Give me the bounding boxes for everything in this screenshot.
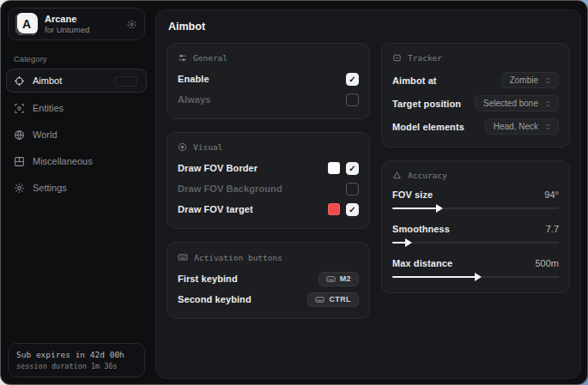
section-title: Tracker [408,53,442,63]
sidebar-item-label: World [33,129,58,140]
triangle-icon [392,171,402,180]
app-name: Arcane [45,14,119,25]
sync-icon[interactable] [126,19,137,30]
chevrons-up-down-icon [543,123,552,131]
accuracy-card-header: Accuracy [392,171,559,180]
setting-row-target-position: Target position Selected bone [392,93,559,114]
sidebar-item-label: Miscellaneous [33,156,93,166]
sidebar: A Arcane for Untumed Category [1,1,152,384]
smoothness-slider[interactable] [392,238,559,247]
sidebar-item-aimbot[interactable]: Aimbot [6,69,147,93]
sidebar-item-world[interactable]: World [6,123,147,146]
sub-expiry-text: Sub expires in 42d 00h [16,350,136,359]
sidebar-item-entities[interactable]: Entities [6,97,147,119]
aperture-icon [178,142,187,152]
slider-fill [392,208,437,209]
fov-target-color-swatch[interactable] [328,203,340,215]
aimbot-at-dropdown[interactable]: Zombie [501,72,559,88]
fov-border-checkbox[interactable]: ✓ [346,162,359,175]
slider-thumb[interactable] [436,204,443,213]
chevrons-up-down-icon [543,76,552,85]
activation-card: Activation buttons First keybind M2 [167,242,370,319]
crosshair-icon [14,75,25,87]
activation-card-header: Activation buttons [178,252,359,262]
second-keybind-button[interactable]: CTRL [307,292,359,307]
keybind-value: M2 [340,274,351,283]
visual-card: Visual Draw FOV Border ✓ Draw FOV Backgr… [167,132,370,229]
accuracy-card: Accuracy FOV size 94° [381,160,570,293]
setting-row-enable: Enable ✓ [178,69,359,88]
keyboard-icon [315,295,324,304]
slider-track [392,242,559,244]
subscription-status-card: Sub expires in 42d 00h session duration … [8,343,145,377]
sidebar-item-label: Settings [33,183,67,193]
always-checkbox[interactable] [346,93,359,106]
slider-thumb[interactable] [405,238,412,247]
section-title: Visual [193,142,222,152]
fov-size-slider[interactable] [392,204,559,213]
category-label: Category [14,54,152,63]
section-title: Accuracy [408,171,447,180]
max-distance-value: 500m [535,258,559,268]
setting-row-second-keybind: Second keybind CTRL [178,290,359,309]
max-distance-slider[interactable] [392,273,559,281]
tracker-card: Tracker Aimbot at Zombie [381,43,570,147]
main-panel: Aimbot General [155,9,581,379]
section-title: General [193,53,227,63]
setting-row-aimbot-at: Aimbot at Zombie [392,69,559,91]
gear-icon [14,183,25,194]
tracker-card-header: Tracker [392,53,559,63]
setting-row-first-keybind: First keybind M2 [178,269,359,288]
first-keybind-button[interactable]: M2 [318,272,359,286]
setting-row-fov-target: Draw FOV target ✓ [178,200,359,219]
general-card-header: General [178,53,359,63]
slider-fill [392,276,476,278]
scan-icon [14,103,25,114]
app-window: A Arcane for Untumed Category [0,0,588,385]
setting-row-fov-border: Draw FOV Border ✓ [178,159,359,177]
setting-row-model-elements: Model elements Head, Neck [392,116,559,137]
sidebar-item-label: Aimbot [33,75,62,86]
fov-size-value: 94° [544,189,559,200]
slider-thumb[interactable] [475,273,482,281]
smoothness-value: 7.7 [546,224,559,234]
slider-fill [392,242,406,244]
model-elements-dropdown[interactable]: Head, Neck [485,118,559,135]
box-select-icon [392,53,402,63]
app-logo: A [15,13,38,35]
general-card: General Enable ✓ Always [167,43,370,119]
app-subtitle: for Untumed [45,25,119,34]
grid-icon [14,156,25,167]
visual-card-header: Visual [178,142,359,152]
sliders-icon [178,53,187,63]
desktop-background: A Arcane for Untumed Category [0,0,588,385]
sidebar-nav: Aimbot Entities [1,69,152,203]
keyboard-icon [326,274,336,284]
setting-row-fov-background: Draw FOV Background [178,179,359,198]
app-logo-letter: A [22,17,31,31]
fov-background-checkbox[interactable] [346,183,359,196]
right-column: Tracker Aimbot at Zombie [381,43,570,306]
dropdown-value: Zombie [510,75,538,85]
keyboard-icon [178,252,188,262]
sidebar-item-label: Entities [33,103,64,113]
dropdown-value: Head, Neck [494,122,538,131]
section-title: Activation buttons [194,253,282,262]
session-duration-text: session duration 1m 36s [16,362,136,370]
setting-row-always: Always [178,90,359,109]
target-position-dropdown[interactable]: Selected bone [475,95,559,111]
setting-row-fov-size: FOV size 94° [392,187,559,213]
fov-border-color-swatch[interactable] [328,162,340,174]
sidebar-item-miscellaneous[interactable]: Miscellaneous [6,150,147,172]
sidebar-spacer [1,203,152,343]
setting-row-max-distance: Max distance 500m [392,256,559,281]
globe-icon [14,129,25,141]
app-title-block: Arcane for Untumed [45,14,119,35]
enable-checkbox[interactable]: ✓ [346,73,359,86]
faint-keybind-hint [115,76,137,87]
dropdown-value: Selected bone [483,99,538,108]
left-column: General Enable ✓ Always [167,43,370,332]
app-logo-card: A Arcane for Untumed [8,8,145,40]
fov-target-checkbox[interactable]: ✓ [346,203,359,216]
sidebar-item-settings[interactable]: Settings [6,177,147,199]
